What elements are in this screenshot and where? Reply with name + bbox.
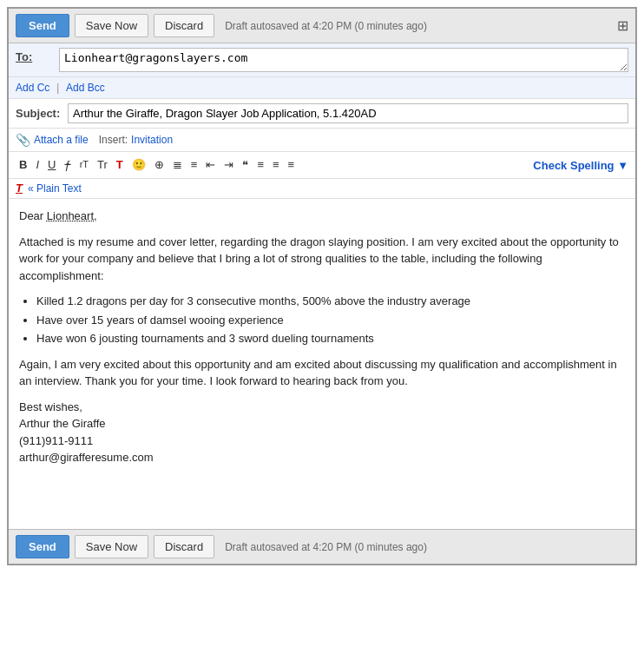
strikethrough-button[interactable]: ƒ	[61, 155, 74, 175]
accomplishments-list: Killed 1.2 dragons per day for 3 consecu…	[36, 293, 625, 347]
compose-window: Send Save Now Discard Draft autosaved at…	[7, 7, 637, 565]
top-toolbar: Send Save Now Discard Draft autosaved at…	[9, 9, 635, 43]
attach-file-link[interactable]: Attach a file	[34, 134, 89, 146]
sign-line-1: Best wishes,	[19, 400, 82, 413]
discard-button-top[interactable]: Discard	[154, 14, 214, 37]
insert-label: Insert:	[99, 134, 128, 146]
to-row: To: Lionheart@gragonslayers.com	[9, 43, 635, 77]
draft-status-top: Draft autosaved at 4:20 PM (0 minutes ag…	[225, 20, 612, 32]
numbered-list-button[interactable]: ≣	[169, 155, 186, 175]
body-paragraph-2: Again, I am very excited about this oppo…	[19, 356, 625, 390]
underline-button[interactable]: U	[44, 155, 59, 175]
paperclip-icon: 📎	[16, 133, 30, 147]
cc-bcc-row: Add Cc | Add Bcc	[9, 77, 635, 99]
compose-body[interactable]: Dear Lionheart, Attached is my resume an…	[9, 199, 635, 529]
plain-text-link[interactable]: « Plain Text	[28, 182, 82, 195]
check-spelling-button[interactable]: Check Spelling ▼	[533, 159, 628, 172]
add-cc-link[interactable]: Add Cc	[16, 82, 49, 94]
accomplishment-3: Have won 6 jousting tournaments and 3 sw…	[36, 330, 625, 347]
pipe-separator: |	[56, 81, 59, 94]
save-now-button-top[interactable]: Save Now	[75, 14, 148, 37]
align-right-button[interactable]: ≡	[285, 155, 299, 175]
plaintext-row: T « Plain Text	[9, 179, 635, 199]
subject-label: Subject:	[16, 107, 68, 120]
font-size-up-button[interactable]: Tr	[94, 155, 111, 175]
send-button-bottom[interactable]: Send	[16, 535, 69, 558]
bold-button[interactable]: B	[16, 155, 30, 175]
indent-more-button[interactable]: ⇥	[220, 155, 237, 175]
font-color-button[interactable]: T	[113, 155, 127, 175]
sign-line-2: Arthur the Giraffe	[19, 417, 105, 430]
to-input[interactable]: Lionheart@gragonslayers.com	[59, 48, 628, 72]
subject-row: Subject:	[9, 99, 635, 129]
save-now-button-bottom[interactable]: Save Now	[75, 535, 148, 558]
add-bcc-link[interactable]: Add Bcc	[66, 82, 105, 94]
subject-input[interactable]	[68, 103, 628, 123]
accomplishment-1: Killed 1.2 dragons per day for 3 consecu…	[36, 293, 625, 310]
to-label: To:	[16, 48, 59, 63]
align-center-button[interactable]: ≡	[269, 155, 283, 175]
indent-less-button[interactable]: ⇤	[202, 155, 219, 175]
sign-line-4: arthur@girafferesume.com	[19, 451, 154, 464]
accomplishment-2: Have over 15 years of damsel wooing expe…	[36, 312, 625, 329]
sign-line-3: (911)911-9111	[19, 434, 93, 447]
body-paragraph-1: Attached is my resume and cover letter, …	[19, 234, 625, 285]
expand-icon[interactable]: ⊞	[617, 17, 628, 34]
discard-button-bottom[interactable]: Discard	[154, 535, 214, 558]
bullet-list-button[interactable]: ≡	[187, 155, 201, 175]
attach-row: 📎 Attach a file Insert: Invitation	[9, 129, 635, 152]
format-toolbar: B I U ƒ rT Tr T 🙂 ⊕ ≣ ≡ ⇤ ⇥ ❝ ≡ ≡ ≡ Chec…	[9, 152, 635, 179]
greeting-line: Dear Lionheart,	[19, 208, 625, 225]
recipient-name: Lionheart	[47, 209, 94, 222]
signature: Best wishes, Arthur the Giraffe (911)911…	[19, 399, 625, 466]
emoji-button[interactable]: 🙂	[128, 155, 149, 175]
blockquote-button[interactable]: ❝	[239, 155, 252, 175]
plain-text-icon: T	[16, 182, 23, 195]
invitation-link[interactable]: Invitation	[131, 134, 173, 146]
bottom-toolbar: Send Save Now Discard Draft autosaved at…	[9, 529, 635, 564]
font-size-down-button[interactable]: rT	[76, 156, 92, 173]
link-button[interactable]: ⊕	[151, 155, 168, 175]
align-left-button[interactable]: ≡	[253, 155, 267, 175]
send-button-top[interactable]: Send	[16, 14, 69, 37]
draft-status-bottom: Draft autosaved at 4:20 PM (0 minutes ag…	[225, 541, 628, 553]
italic-button[interactable]: I	[32, 155, 43, 175]
